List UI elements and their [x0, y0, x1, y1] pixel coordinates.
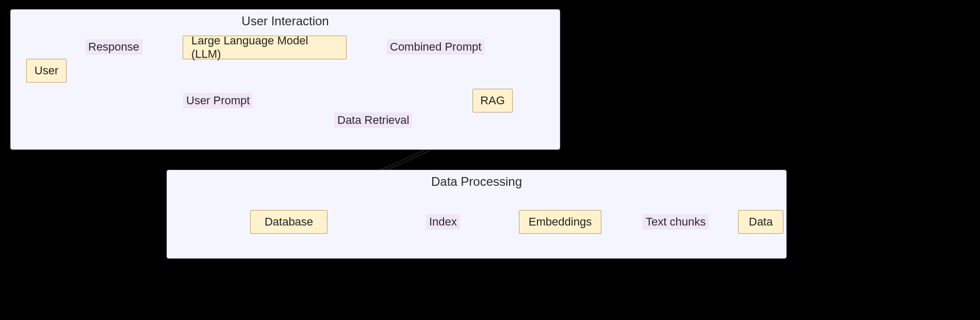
group-title-data-processing: Data Processing [167, 174, 786, 189]
node-llm: Large Language Model (LLM) [183, 36, 347, 59]
diagram-canvas: User Interaction Data Processing User La… [0, 0, 980, 320]
label-index: Index [426, 214, 460, 230]
label-text-chunks: Text chunks [643, 214, 709, 230]
label-user-prompt: User Prompt [183, 93, 253, 108]
label-data-retrieval: Data Retrieval [334, 113, 412, 128]
group-user-interaction: User Interaction [10, 9, 560, 150]
node-data: Data [738, 210, 783, 234]
group-title-user-interaction: User Interaction [11, 14, 560, 28]
node-database: Database [250, 210, 328, 234]
node-user: User [26, 59, 67, 83]
label-response: Response [85, 39, 142, 55]
node-rag: RAG [472, 89, 513, 113]
label-combined-prompt: Combined Prompt [387, 39, 484, 55]
node-embeddings: Embeddings [519, 210, 601, 234]
